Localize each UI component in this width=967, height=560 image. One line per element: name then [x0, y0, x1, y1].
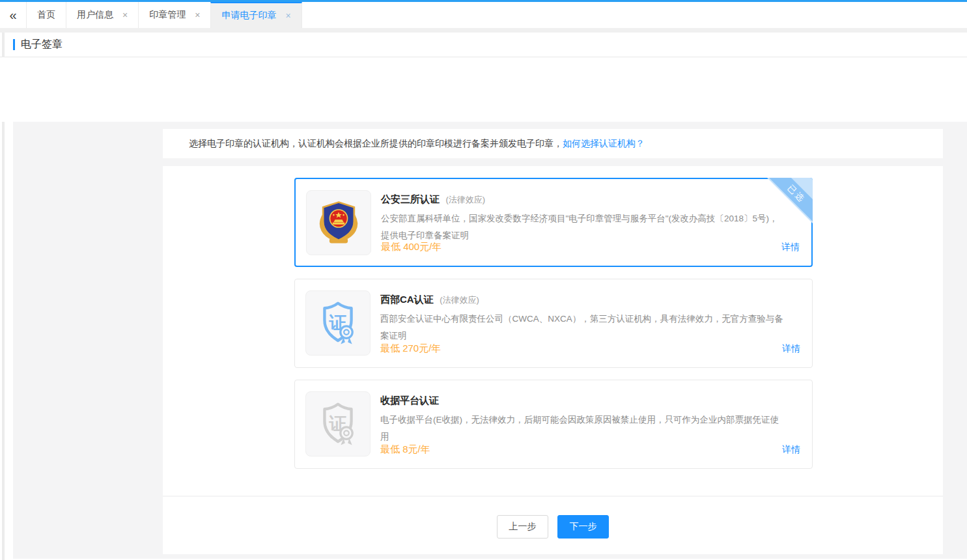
collapse-tabs-icon[interactable]: «	[0, 2, 26, 28]
detail-link[interactable]: 详情	[782, 444, 800, 456]
card-description: 公安部直属科研单位，国家发改委数字经济项目"电子印章管理与服务平台"(发改办高技…	[381, 210, 785, 244]
stepper: 1 企业信息 2 签发机构 3 印章印模 4 办理印章	[0, 57, 967, 122]
content-area: 选择电子印章的认证机构，认证机构会根据企业所提供的印章印模进行备案并颁发电子印章…	[13, 122, 967, 559]
tab-bar: « 首页 用户信息 × 印章管理 × 申请电子印章 ×	[0, 2, 967, 28]
title-accent-bar	[13, 39, 15, 50]
card-info: 西部CA认证 (法律效应) 西部安全认证中心有限责任公司（CWCA、NXCA），…	[380, 290, 802, 356]
tab-seal-management[interactable]: 印章管理 ×	[138, 2, 210, 28]
card-title-row: 公安三所认证 (法律效应)	[381, 193, 801, 206]
card-subtitle: (法律效应)	[440, 295, 479, 305]
tab-label: 用户信息	[77, 9, 113, 21]
cert-shield-blue-icon: 证	[305, 290, 371, 356]
card-description: 西部安全认证中心有限责任公司（CWCA、NXCA），第三方认证机构，具有法律效力…	[380, 311, 784, 344]
card-title-row: 收据平台认证	[380, 395, 802, 407]
how-to-choose-link[interactable]: 如何选择认证机构？	[563, 138, 645, 150]
police-badge-icon	[306, 190, 371, 255]
tab-apply-eseal[interactable]: 申请电子印章 ×	[210, 2, 301, 28]
card-title: 西部CA认证	[380, 294, 434, 305]
card-receipt-platform[interactable]: 证 收据平台认证 电子收据平台(E收据)，无法律效力，后期可能会因政策原因被禁止…	[294, 380, 813, 469]
tab-user-info[interactable]: 用户信息 ×	[66, 2, 138, 28]
card-title-row: 西部CA认证 (法律效应)	[380, 294, 802, 306]
card-gongan-three-institute[interactable]: 公安三所认证 (法律效应) 公安部直属科研单位，国家发改委数字经济项目"电子印章…	[294, 178, 813, 267]
card-western-ca[interactable]: 证 西部CA认证 (法律效应) 西部安全认证中心有限责任公司（CWCA、NXCA…	[294, 279, 813, 368]
detail-link[interactable]: 详情	[781, 242, 800, 253]
selected-ribbon: 已选	[767, 178, 813, 223]
card-price: 最低 400元/年	[381, 241, 441, 253]
close-icon[interactable]: ×	[285, 11, 290, 20]
tab-label: 申请电子印章	[221, 10, 276, 21]
card-description: 电子收据平台(E收据)，无法律效力，后期可能会因政策原因被禁止使用，只可作为企业…	[380, 412, 784, 445]
close-icon[interactable]: ×	[122, 10, 128, 20]
page-title: 电子签章	[21, 38, 63, 51]
close-icon[interactable]: ×	[195, 10, 200, 20]
previous-step-button[interactable]: 上一步	[497, 515, 548, 539]
page-header: 电子签章	[0, 33, 967, 57]
notice-text: 选择电子印章的认证机构，认证机构会根据企业所提供的印章印模进行备案并颁发电子印章…	[189, 138, 563, 150]
cert-shield-gray-icon: 证	[305, 391, 371, 456]
next-step-button[interactable]: 下一步	[557, 515, 609, 539]
tab-home[interactable]: 首页	[26, 2, 66, 28]
authority-list-panel: 公安三所认证 (法律效应) 公安部直属科研单位，国家发改委数字经济项目"电子印章…	[163, 166, 943, 496]
app-window: « 首页 用户信息 × 印章管理 × 申请电子印章 × 电子签章 1 企业信息 …	[0, 0, 967, 560]
card-subtitle: (法律效应)	[445, 195, 485, 204]
card-title: 收据平台认证	[380, 395, 439, 406]
card-title: 公安三所认证	[381, 193, 440, 204]
tabbar-gap	[0, 28, 967, 33]
tab-label: 首页	[37, 9, 55, 21]
detail-link[interactable]: 详情	[782, 343, 800, 355]
card-info: 收据平台认证 电子收据平台(E收据)，无法律效力，后期可能会因政策原因被禁止使用…	[380, 391, 802, 457]
card-info: 公安三所认证 (法律效应) 公安部直属科研单位，国家发改委数字经济项目"电子印章…	[381, 190, 801, 255]
card-price: 最低 8元/年	[380, 443, 430, 456]
footer-actions: 上一步 下一步	[163, 497, 943, 554]
card-price: 最低 270元/年	[380, 343, 441, 355]
tab-label: 印章管理	[149, 9, 186, 21]
notice-bar: 选择电子印章的认证机构，认证机构会根据企业所提供的印章印模进行备案并颁发电子印章…	[163, 129, 943, 158]
